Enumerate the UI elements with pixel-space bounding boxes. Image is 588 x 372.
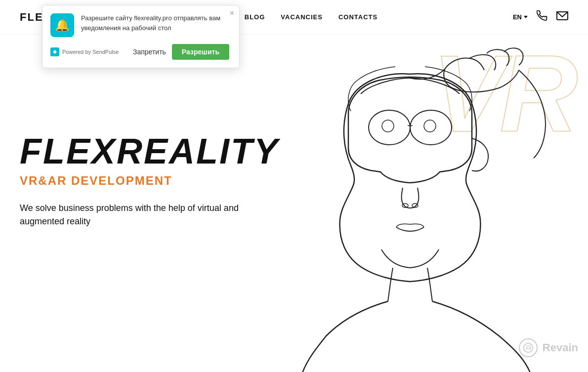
svg-point-4 bbox=[424, 120, 436, 132]
nav-vacancies[interactable]: VACANCIES bbox=[281, 13, 323, 21]
svg-point-2 bbox=[382, 120, 394, 132]
popup-content: 🔔 Разрешите сайту flexreality.pro отправ… bbox=[50, 13, 229, 37]
notification-message: Разрешите сайту flexreality.pro отправля… bbox=[81, 13, 229, 33]
sendpulse-brand: Powered by SendPulse bbox=[50, 47, 119, 56]
mail-icon[interactable] bbox=[556, 11, 568, 23]
nav-contacts[interactable]: CONTACTS bbox=[338, 13, 378, 21]
hero-section: FLEXREALITY VR&AR DEVELOPMENT We solve b… bbox=[20, 133, 279, 228]
allow-button[interactable]: Разрешить bbox=[172, 44, 229, 60]
header-actions: EN bbox=[513, 10, 568, 24]
popup-actions: Запретить Разрешить bbox=[133, 44, 229, 60]
notification-popup: × 🔔 Разрешите сайту flexreality.pro отпр… bbox=[42, 5, 240, 68]
sendpulse-label: Powered by SendPulse bbox=[62, 49, 119, 55]
main-content: VR bbox=[0, 35, 588, 372]
hero-description: We solve business problems with the help… bbox=[20, 202, 252, 228]
svg-point-3 bbox=[410, 110, 452, 145]
close-icon[interactable]: × bbox=[230, 9, 234, 17]
phone-icon[interactable] bbox=[537, 10, 547, 24]
sendpulse-logo bbox=[50, 47, 59, 56]
revain-logo bbox=[519, 338, 538, 357]
svg-point-1 bbox=[369, 110, 410, 145]
language-label: EN bbox=[513, 13, 522, 21]
bell-icon-box: 🔔 bbox=[50, 13, 74, 37]
language-selector[interactable]: EN bbox=[513, 13, 528, 21]
vr-illustration bbox=[257, 35, 563, 372]
revain-label: Revain bbox=[543, 341, 578, 354]
revain-watermark: Revain bbox=[519, 338, 578, 357]
deny-button[interactable]: Запретить bbox=[133, 48, 166, 56]
hero-title: FLEXREALITY bbox=[20, 133, 279, 169]
popup-footer: Powered by SendPulse Запретить Разрешить bbox=[50, 44, 229, 60]
hero-subtitle: VR&AR DEVELOPMENT bbox=[20, 174, 279, 188]
nav-blog[interactable]: BLOG bbox=[245, 13, 265, 21]
bell-icon: 🔔 bbox=[55, 18, 70, 32]
chevron-down-icon bbox=[524, 16, 528, 18]
svg-point-8 bbox=[524, 343, 533, 352]
